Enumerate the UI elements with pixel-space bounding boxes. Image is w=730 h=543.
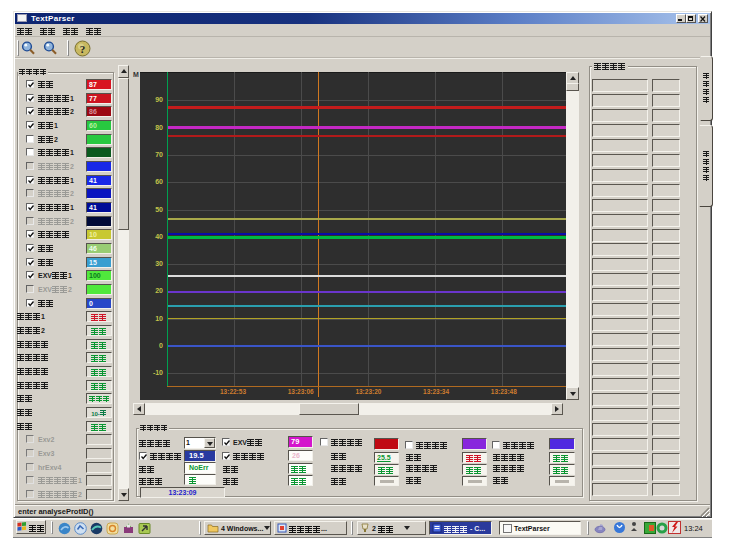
svg-text:?: ? (80, 43, 86, 55)
